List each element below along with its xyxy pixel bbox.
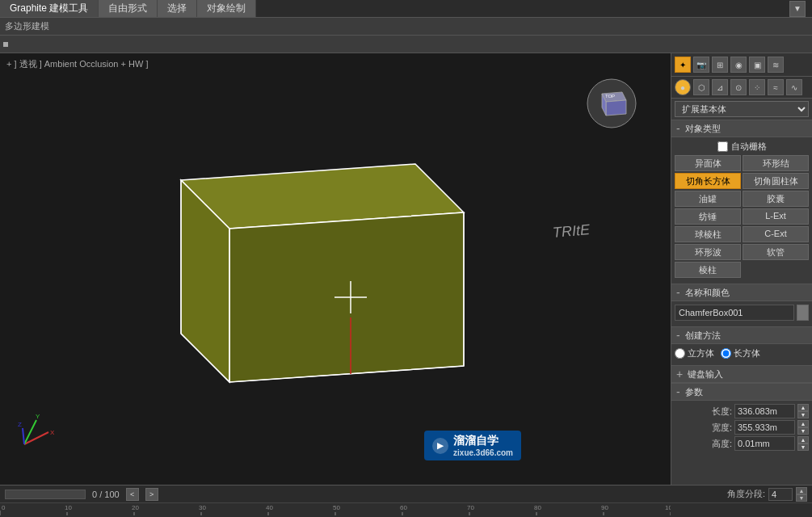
resolution-input[interactable] [768, 488, 793, 501]
tab-object-paint[interactable]: 对象绘制 [197, 0, 256, 17]
svg-text:X: X [50, 429, 55, 436]
auto-grid-row: 自动栅格 [675, 141, 809, 153]
main-layout: + ] 透视 ] Ambient Occlusion + HW ] [0, 53, 812, 485]
svg-text:TOP: TOP [605, 94, 615, 99]
spin-height-down[interactable]: ▼ [797, 443, 809, 451]
name-input[interactable] [675, 305, 794, 321]
btn-prev[interactable]: < [126, 488, 139, 501]
radio-box[interactable] [721, 348, 731, 359]
svg-text:40: 40 [266, 504, 273, 511]
section-creation-content: 立方体 长方体 [671, 344, 812, 365]
trite-label: TRItE [552, 221, 591, 242]
btn-ring-wave[interactable]: 环形结 [743, 155, 809, 171]
icon-hierarchy[interactable]: ⊞ [712, 57, 728, 73]
param-width-spinner: ▲ ▼ [797, 420, 809, 435]
icon-utilities[interactable]: ≋ [768, 57, 784, 73]
svg-text:50: 50 [333, 504, 340, 511]
radio-box-label[interactable]: 长方体 [721, 347, 760, 359]
icon-circle[interactable]: ● [675, 79, 691, 95]
spin-width-up[interactable]: ▲ [797, 420, 809, 427]
icon-object[interactable]: ⬡ [693, 79, 709, 95]
btn-alien[interactable]: 异面体 [675, 155, 741, 171]
svg-text:100: 100 [665, 504, 671, 511]
svg-text:30: 30 [199, 504, 206, 511]
section-name-color-header[interactable]: - 名称和颜色 [671, 284, 812, 301]
radio-cube-label[interactable]: 立方体 [675, 347, 714, 359]
btn-capsule[interactable]: 胶囊 [743, 191, 809, 207]
section-object-type-content: 自动栅格 异面体 环形结 切角长方体 切角圆柱体 油罐 胶囊 纺锤 L-Ext … [671, 137, 812, 284]
param-height-spinner: ▲ ▼ [797, 436, 809, 451]
radio-cube[interactable] [675, 348, 685, 359]
icon-display[interactable]: ▣ [749, 57, 765, 73]
auto-grid-label: 自动栅格 [731, 141, 767, 153]
auto-grid-checkbox[interactable] [717, 141, 728, 152]
param-height-label: 高度: [712, 438, 732, 450]
title-bar: Graphite 建模工具 自由形式 选择 对象绘制 ▼ [0, 0, 812, 18]
ruler-bar: 0 10 20 30 40 50 60 70 80 90 100 [0, 502, 812, 517]
btn-chamfer-cyl[interactable]: 切角圆柱体 [743, 173, 809, 189]
svg-text:60: 60 [400, 504, 407, 511]
spin-width-down[interactable]: ▼ [797, 427, 809, 435]
btn-next[interactable]: > [145, 488, 158, 501]
section-minus-icon3: - [676, 329, 680, 342]
watermark-title: 溜溜自学 [453, 434, 513, 448]
category-dropdown[interactable]: 扩展基本体 [675, 101, 809, 117]
menu-bar [0, 36, 812, 53]
progress-track [5, 490, 86, 499]
viewport[interactable]: + ] 透视 ] Ambient Occlusion + HW ] [0, 53, 671, 485]
param-length-input[interactable] [734, 404, 795, 418]
btn-c-ext[interactable]: C-Ext [743, 226, 809, 242]
section-params-header[interactable]: - 参数 [671, 383, 812, 401]
spin-height-up[interactable]: ▲ [797, 436, 809, 443]
param-height-input[interactable] [734, 436, 795, 451]
section-params-content: 长度: ▲ ▼ 宽度: ▲ ▼ 高度: [671, 401, 812, 456]
icon-camera[interactable]: 📷 [693, 57, 709, 73]
icon-patch[interactable]: ≈ [768, 79, 784, 95]
watermark-content: 溜溜自学 zixue.3d66.com [453, 434, 513, 457]
section-minus-icon2: - [676, 286, 680, 299]
tab-freeform[interactable]: 自由形式 [99, 0, 158, 17]
spin-length-up[interactable]: ▲ [797, 404, 809, 411]
spin-res-down[interactable]: ▼ [796, 494, 807, 502]
resolution-spinner: ▲ ▼ [796, 487, 807, 502]
spin-res-up[interactable]: ▲ [796, 487, 807, 494]
icon-compound[interactable]: ⊙ [730, 79, 747, 95]
icon-particle[interactable]: ⁘ [749, 79, 765, 95]
radio-row: 立方体 长方体 [675, 347, 809, 359]
param-width-label: 宽度: [712, 422, 732, 434]
section-keyboard-header[interactable]: + 键盘输入 [671, 365, 812, 383]
btn-sphere-gizmo[interactable]: 球棱柱 [675, 226, 741, 242]
panel-icons-top: ✦ 📷 ⊞ ◉ ▣ ≋ [671, 53, 812, 77]
icon-nurbs[interactable]: ⊿ [712, 79, 728, 95]
resolution-label: 角度分段: [727, 488, 765, 500]
btn-soft-tube[interactable]: 软管 [743, 244, 809, 260]
btn-l-ext[interactable]: L-Ext [743, 208, 809, 225]
icon-motion[interactable]: ◉ [730, 57, 747, 73]
tab-select[interactable]: 选择 [158, 0, 197, 17]
color-swatch[interactable] [797, 305, 809, 321]
param-width-input[interactable] [734, 420, 795, 435]
expand-icon[interactable]: ▼ [789, 1, 806, 17]
sub-toolbar: 多边形建模 [0, 18, 812, 36]
viewport-label: + ] 透视 ] Ambient Occlusion + HW ] [6, 58, 148, 70]
watermark: ▶ 溜溜自学 zixue.3d66.com [424, 431, 521, 460]
svg-text:80: 80 [534, 504, 541, 511]
axis-indicator: X Y Z [16, 412, 57, 452]
btn-ring-wave2[interactable]: 环形波 [675, 244, 741, 260]
icon-spline[interactable]: ∿ [786, 79, 802, 95]
section-name-color-label: 名称和颜色 [685, 287, 730, 299]
nav-gizmo[interactable]: TOP [586, 78, 638, 130]
svg-text:Z: Z [18, 421, 22, 428]
btn-spindle[interactable]: 纺锤 [675, 208, 741, 225]
section-creation-header[interactable]: - 创建方法 [671, 326, 812, 344]
tab-graphite[interactable]: Graphite 建模工具 [0, 0, 99, 17]
btn-chamfer-box[interactable]: 切角长方体 [675, 173, 741, 189]
svg-line-22 [23, 428, 24, 444]
section-object-type-header[interactable]: - 对象类型 [671, 120, 812, 137]
btn-prism[interactable]: 棱柱 [675, 262, 741, 278]
icon-star[interactable]: ✦ [675, 57, 691, 73]
btn-oil-tank[interactable]: 油罐 [675, 191, 741, 207]
right-panel: ✦ 📷 ⊞ ◉ ▣ ≋ ● ⬡ ⊿ ⊙ ⁘ ≈ ∿ 扩展基本体 - 对象类型 [671, 53, 812, 485]
spin-length-down[interactable]: ▼ [797, 411, 809, 418]
section-minus-icon: - [676, 122, 680, 135]
